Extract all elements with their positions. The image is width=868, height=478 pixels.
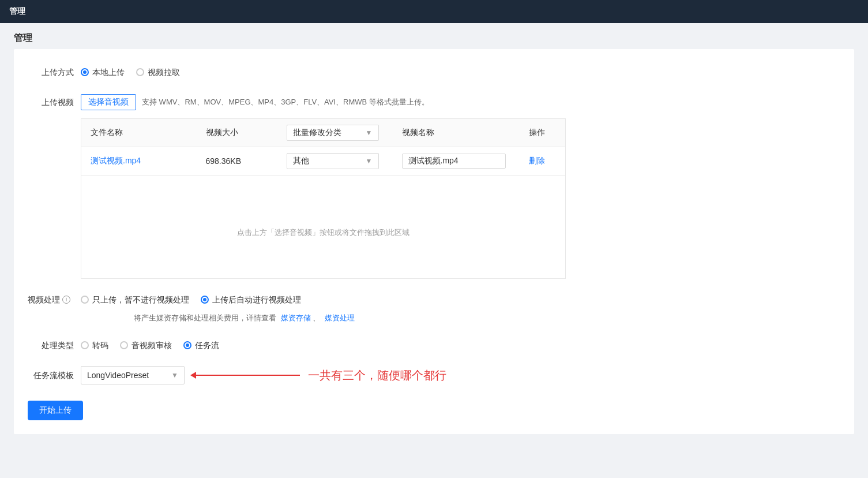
select-video-button[interactable]: 选择音视频 [81,94,136,110]
radio-no-processing-label: 只上传，暂不进行视频处理 [92,290,189,309]
video-processing-row: 视频处理 i 只上传，暂不进行视频处理 上传后自动进行视频处理 将产生媒资存储和… [28,290,840,324]
radio-auto-processing-label: 上传后自动进行视频处理 [212,290,301,309]
upload-video-row: 上传视频 选择音视频 支持 WMV、RM、MOV、MPEG、MP4、3GP、FL… [28,93,840,279]
upload-video-area: 选择音视频 支持 WMV、RM、MOV、MPEG、MP4、3GP、FLV、AVI… [81,93,566,279]
processing-type-options: 转码 音视频审核 任务流 [81,336,219,354]
table-row: 测试视频.mp4 698.36KB 其他 ▼ [81,147,566,175]
top-bar-title: 管理 [9,6,25,17]
table-header-row: 文件名称 视频大小 批量修改分类 ▼ 视频名称 操作 [81,119,566,147]
upload-method-row: 上传方式 本地上传 视频拉取 [28,63,840,81]
upload-row: 选择音视频 支持 WMV、RM、MOV、MPEG、MP4、3GP、FLV、AVI… [81,93,566,111]
radio-audio-review-label: 音视频审核 [131,336,172,354]
upload-hint: 支持 WMV、RM、MOV、MPEG、MP4、3GP、FLV、AVI、RMWB … [142,93,429,111]
upload-method-label: 上传方式 [28,63,74,81]
delete-button[interactable]: 删除 [529,156,545,165]
radio-auto-processing-circle [201,296,209,304]
drop-area: 点击上方「选择音视频」按钮或将文件拖拽到此区域 [91,181,556,272]
top-bar: 管理 [0,0,868,23]
radio-task-flow-label: 任务流 [195,336,219,354]
radio-transcode-circle [81,341,89,349]
video-name-cell [393,147,520,175]
batch-category-arrow: ▼ [366,129,373,137]
upload-video-label: 上传视频 [28,93,74,111]
operation-cell: 删除 [520,147,566,175]
video-processing-label: 视频处理 i [28,290,74,309]
radio-audio-review[interactable]: 音视频审核 [120,336,172,354]
radio-transcode[interactable]: 转码 [81,336,108,354]
radio-no-processing-circle [81,296,89,304]
radio-task-flow-circle [183,341,191,349]
category-value: 其他 [293,156,309,166]
processing-type-label: 处理类型 [28,336,74,354]
task-flow-row: 任务流模板 LongVideoPreset ▼ 一共有三个，随便哪个都行 [28,366,840,384]
radio-local-upload-circle [81,68,89,76]
batch-category-label: 批量修改分类 [293,128,341,138]
task-flow-control: LongVideoPreset ▼ 一共有三个，随便哪个都行 [81,366,446,384]
video-name-input[interactable] [402,154,506,169]
processing-hint-prefix: 将产生媒资存储和处理相关费用，详情查看 [134,313,276,322]
radio-audio-review-circle [120,341,128,349]
task-flow-label: 任务流模板 [28,366,74,384]
col-operation: 操作 [520,119,566,147]
main-content: 上传方式 本地上传 视频拉取 上传视频 选择音视频 支持 WMV、RM、MOV、… [14,49,854,434]
radio-pull-upload[interactable]: 视频拉取 [136,63,180,81]
task-flow-arrow: ▼ [171,371,178,379]
category-cell: 其他 ▼ [277,147,393,175]
task-flow-value: LongVideoPreset [87,371,149,380]
radio-pull-label: 视频拉取 [148,63,180,81]
start-upload-button[interactable]: 开始上传 [28,401,83,420]
annotation-text: 一共有三个，随便哪个都行 [308,368,446,383]
radio-task-flow[interactable]: 任务流 [183,336,219,354]
red-arrow [190,372,300,379]
radio-transcode-label: 转码 [92,336,108,354]
page-title: 管理 [0,23,868,49]
radio-local-upload[interactable]: 本地上传 [81,63,125,81]
processing-type-row: 处理类型 转码 音视频审核 任务流 [28,336,840,354]
arrow-annotation: 一共有三个，随便哪个都行 [190,368,446,383]
file-size-cell: 698.36KB [197,147,277,175]
radio-pull-circle [136,68,144,76]
upload-method-options: 本地上传 视频拉取 [81,63,180,81]
batch-category-select[interactable]: 批量修改分类 ▼ [287,125,379,141]
info-icon[interactable]: i [62,296,70,304]
media-storage-link[interactable]: 媒资存储 [281,313,311,322]
category-select[interactable]: 其他 ▼ [287,153,379,169]
category-arrow: ▼ [366,157,373,165]
processing-hint: 将产生媒资存储和处理相关费用，详情查看 媒资存储 、 媒资处理 [81,311,355,324]
file-table: 文件名称 视频大小 批量修改分类 ▼ 视频名称 操作 [81,118,566,279]
red-line [196,375,300,376]
radio-auto-processing[interactable]: 上传后自动进行视频处理 [201,290,301,309]
drop-area-row: 点击上方「选择音视频」按钮或将文件拖拽到此区域 [81,175,566,279]
file-table-wrapper: 文件名称 视频大小 批量修改分类 ▼ 视频名称 操作 [81,118,566,279]
col-file-name: 文件名称 [81,119,197,147]
processing-radio-group: 只上传，暂不进行视频处理 上传后自动进行视频处理 [81,290,355,309]
video-processing-options: 只上传，暂不进行视频处理 上传后自动进行视频处理 将产生媒资存储和处理相关费用，… [81,290,355,324]
col-video-size: 视频大小 [197,119,277,147]
col-batch-category: 批量修改分类 ▼ [277,119,393,147]
hint-sep: 、 [313,313,320,322]
task-flow-select[interactable]: LongVideoPreset ▼ [81,366,185,384]
col-video-name: 视频名称 [393,119,520,147]
media-processing-link[interactable]: 媒资处理 [325,313,355,322]
radio-no-processing[interactable]: 只上传，暂不进行视频处理 [81,290,189,309]
file-name-cell: 测试视频.mp4 [81,147,197,175]
red-arrowhead [190,372,196,379]
radio-local-label: 本地上传 [92,63,125,81]
start-upload-row: 开始上传 [28,396,840,420]
drop-area-cell: 点击上方「选择音视频」按钮或将文件拖拽到此区域 [81,175,566,279]
